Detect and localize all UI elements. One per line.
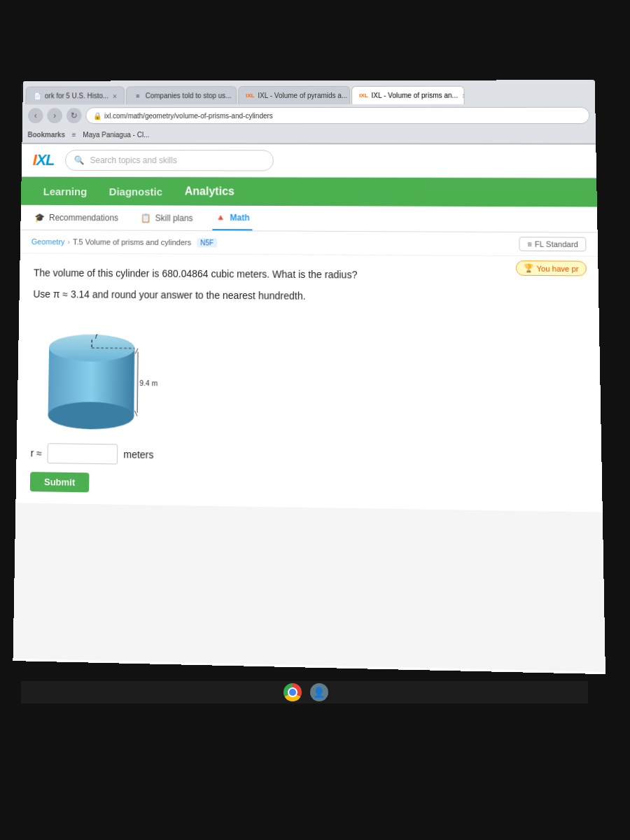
achievement-text: You have pr	[536, 264, 578, 273]
chrome-taskbar-icon[interactable]	[284, 683, 302, 701]
subnav-recommendations[interactable]: 🎓 Recommendations	[31, 205, 121, 230]
answer-input[interactable]	[48, 443, 118, 464]
height-label: 9.4 m	[139, 379, 158, 387]
cylinder-svg: r 9.4 m	[31, 314, 158, 430]
browser-window: 📄 ork for 5 U.S. Histo... × ≡ Companies …	[13, 80, 606, 674]
tabs-row: 📄 ork for 5 U.S. Histo... × ≡ Companies …	[22, 80, 595, 104]
skill-plans-label: Skill plans	[155, 213, 193, 223]
search-icon: 🔍	[74, 155, 85, 165]
nav-diagnostic[interactable]: Diagnostic	[98, 177, 174, 206]
math-label: Math	[230, 212, 250, 222]
tab-1[interactable]: 📄 ork for 5 U.S. Histo... ×	[25, 86, 125, 104]
answer-unit: meters	[123, 448, 153, 460]
search-placeholder: Search topics and skills	[90, 155, 177, 165]
tab-4-active[interactable]: IXL IXL - Volume of prisms an... ×	[351, 86, 465, 104]
nav-analytics[interactable]: Analytics	[174, 177, 246, 206]
trophy-icon: 🏆	[524, 263, 534, 272]
logo-xl: XL	[36, 151, 55, 169]
tab-2-icon: ≡	[134, 92, 142, 100]
main-content: 🏆 You have pr The volume of this cylinde…	[15, 253, 602, 512]
tab-3[interactable]: IXL IXL - Volume of pyramids a... ×	[238, 86, 350, 104]
ixl-header: IXL 🔍 Search topics and skills	[22, 144, 597, 178]
bookmarks-label: Bookmarks	[27, 131, 65, 139]
taskbar: 👤	[20, 681, 592, 704]
address-row: ‹ › ↻ 🔒 ixl.com/math/geometry/volume-of-…	[22, 104, 596, 127]
answer-row: r ≈ meters	[30, 443, 587, 471]
bookmarks-item-1: ≡	[72, 131, 76, 139]
refresh-button[interactable]: ↻	[66, 108, 82, 123]
tab-3-icon: IXL	[246, 92, 254, 100]
browser-chrome: 📄 ork for 5 U.S. Histo... × ≡ Companies …	[22, 80, 596, 144]
tab-4-icon: IXL	[359, 91, 368, 99]
submit-button[interactable]: Submit	[30, 472, 90, 492]
breadcrumb-sep: ›	[67, 237, 70, 246]
svg-line-6	[137, 351, 138, 412]
subnav-skill-plans[interactable]: 📋 Skill plans	[138, 205, 196, 230]
breadcrumb: Geometry › T.5 Volume of prisms and cyli…	[20, 230, 598, 257]
problem-line2: Use π ≈ 3.14 and round your answer to th…	[33, 286, 584, 307]
tab-2[interactable]: ≡ Companies told to stop us... ×	[126, 86, 237, 104]
address-bar[interactable]: 🔒 ixl.com/math/geometry/volume-of-prisms…	[85, 107, 589, 124]
fl-standard-label: FL Standard	[535, 239, 578, 248]
problem-line1: The volume of this cylinder is 680.04864…	[34, 265, 584, 284]
recommendations-icon: 🎓	[34, 212, 45, 222]
tab-2-label: Companies told to stop us...	[146, 92, 232, 99]
nav-bar: Learning Diagnostic Analytics	[21, 177, 597, 207]
subnav-math[interactable]: 🔺 Math	[212, 206, 252, 231]
bookmarks-maya[interactable]: Maya Paniagua - Cl...	[83, 131, 149, 139]
skill-plans-icon: 📋	[141, 213, 151, 223]
fl-standard-icon: ≡	[527, 239, 532, 248]
tab-4-label: IXL - Volume of prisms an...	[372, 92, 458, 99]
cylinder-container: r 9.4 m	[31, 314, 172, 433]
forward-button[interactable]: ›	[47, 108, 62, 123]
lock-icon: 🔒	[93, 112, 102, 120]
svg-line-8	[134, 411, 137, 416]
tab-1-close[interactable]: ×	[113, 92, 117, 100]
sub-nav: 🎓 Recommendations 📋 Skill plans 🔺 Math	[20, 205, 597, 233]
tab-4-close[interactable]: ×	[462, 91, 465, 99]
svg-line-7	[135, 348, 138, 354]
page-content: IXL 🔍 Search topics and skills Learning …	[13, 144, 605, 672]
breadcrumb-geometry[interactable]: Geometry	[31, 237, 65, 246]
fl-standard-button[interactable]: ≡ FL Standard	[519, 237, 587, 251]
skill-badge: N5F	[197, 238, 217, 247]
breadcrumb-skill: T.5 Volume of prisms and cylinders	[73, 237, 191, 246]
ixl-logo: IXL	[33, 151, 55, 169]
achievement-badge: 🏆 You have pr	[515, 260, 587, 276]
tab-2-close[interactable]: ×	[235, 92, 237, 100]
answer-prefix: r ≈	[31, 447, 43, 459]
bookmarks-bar: Bookmarks ≡ Maya Paniagua - Cl...	[22, 127, 596, 144]
address-text: ixl.com/math/geometry/volume-of-prisms-a…	[104, 112, 273, 120]
back-button[interactable]: ‹	[28, 108, 43, 123]
math-icon: 🔺	[216, 212, 226, 222]
search-bar[interactable]: 🔍 Search topics and skills	[65, 150, 274, 172]
tab-1-label: ork for 5 U.S. Histo...	[45, 92, 108, 99]
tab-1-icon: 📄	[33, 92, 41, 100]
user-taskbar-icon[interactable]: 👤	[310, 683, 328, 701]
nav-learning[interactable]: Learning	[32, 177, 99, 205]
recommendations-label: Recommendations	[49, 212, 118, 222]
tab-3-label: IXL - Volume of pyramids a...	[258, 92, 347, 99]
